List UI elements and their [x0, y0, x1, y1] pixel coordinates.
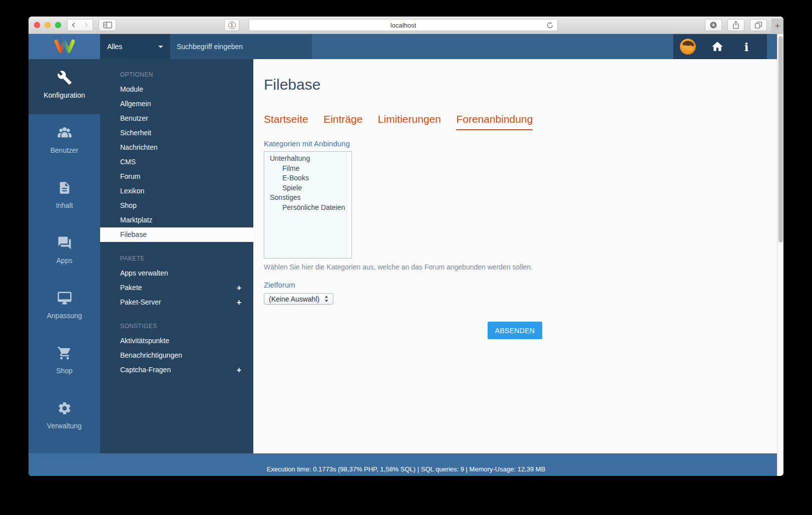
monitor-icon	[57, 291, 72, 306]
sidebar-item-inhalt[interactable]: Inhalt	[29, 169, 100, 224]
download-icon	[709, 21, 718, 30]
menu-item-apps-verwalten[interactable]: Apps verwalten	[100, 266, 253, 281]
secondary-menu: OPTIONEN Module Allgemein Benutzer Siche…	[100, 59, 253, 453]
sidebar-item-label: Verwaltung	[47, 422, 82, 430]
acp-body: Konfiguration Benutzer Inhalt Apps Anpas…	[29, 59, 783, 453]
plus-icon: +	[775, 21, 780, 32]
sidebar-item-konfiguration[interactable]: Konfiguration	[29, 59, 100, 114]
sidebar-toggle-button[interactable]	[99, 19, 116, 31]
menu-item-marktplatz[interactable]: Marktplatz	[100, 213, 253, 227]
new-tab-button[interactable]: +	[771, 19, 783, 34]
search-placeholder: Suchbegriff eingeben	[177, 43, 243, 51]
search-scope-value: Alles	[107, 43, 122, 51]
sidebar-item-label: Apps	[57, 256, 73, 265]
chevron-left-icon	[70, 22, 77, 29]
home-icon	[711, 40, 724, 53]
menu-item-label: Pakete	[120, 284, 142, 292]
listbox-scrollbar[interactable]	[346, 152, 351, 258]
sidebar-item-label: Shop	[56, 367, 73, 375]
menu-section-optionen: OPTIONEN Module Allgemein Benutzer Siche…	[100, 68, 253, 242]
sidebar-item-benutzer[interactable]: Benutzer	[29, 114, 100, 169]
submit-button[interactable]: ABSENDEN	[488, 322, 542, 339]
target-forum-select[interactable]: (Keine Auswahl)	[264, 293, 333, 305]
tab-limitierungen[interactable]: Limitierungen	[378, 113, 441, 129]
status-text: Execution time: 0.1773s (98,37% PHP, 1,5…	[267, 465, 546, 473]
main-sidebar: Konfiguration Benutzer Inhalt Apps Anpas…	[29, 59, 100, 453]
menu-section-title: PAKETE	[100, 251, 253, 266]
menu-item-shop[interactable]: Shop	[100, 198, 253, 213]
chevron-down-icon	[158, 46, 163, 48]
listbox-option[interactable]: Spiele	[264, 183, 351, 193]
avatar[interactable]	[680, 39, 696, 55]
search-input[interactable]: Suchbegriff eingeben	[170, 34, 312, 59]
browser-titlebar: 1 localhost +	[29, 17, 783, 34]
info-button[interactable]: i	[739, 39, 754, 54]
category-multiselect[interactable]: Unterhaltung Filme E-Books Spiele Sonsti…	[264, 151, 352, 259]
sidebar-item-verwaltung[interactable]: Verwaltung	[29, 390, 100, 445]
listbox-option[interactable]: Filme	[264, 164, 351, 174]
password-extension-button[interactable]: 1	[224, 19, 239, 31]
one-password-icon: 1	[228, 22, 236, 29]
downloads-button[interactable]	[705, 19, 722, 31]
reload-icon[interactable]	[546, 22, 554, 31]
wrench-icon	[57, 70, 72, 85]
home-button[interactable]	[710, 39, 725, 54]
menu-item-paket-server[interactable]: Paket-Server +	[100, 295, 253, 310]
zoom-window-button[interactable]	[55, 22, 61, 28]
close-window-button[interactable]	[34, 22, 40, 28]
sidebar-item-label: Konfiguration	[44, 91, 85, 99]
status-bar: Execution time: 0.1773s (98,37% PHP, 1,5…	[29, 453, 783, 476]
listbox-option[interactable]: E-Books	[264, 173, 351, 183]
menu-section-title: SONSTIGES	[100, 319, 253, 334]
target-forum-label: Zielforum	[264, 281, 777, 289]
minimize-window-button[interactable]	[45, 22, 51, 28]
app-logo[interactable]	[29, 34, 100, 59]
sidebar-item-shop[interactable]: Shop	[29, 335, 100, 390]
plus-icon[interactable]: +	[237, 295, 241, 310]
scrollbar-thumb[interactable]	[778, 36, 783, 242]
menu-section-title: OPTIONEN	[100, 68, 253, 82]
tab-eintraege[interactable]: Einträge	[323, 113, 362, 129]
menu-item-module[interactable]: Module	[100, 82, 253, 97]
menu-item-captcha-fragen[interactable]: Captcha-Fragen +	[100, 363, 253, 377]
menu-item-benutzer[interactable]: Benutzer	[100, 111, 253, 126]
sidebar-item-label: Benutzer	[50, 146, 78, 154]
menu-item-label: Paket-Server	[120, 298, 161, 306]
forward-button[interactable]	[80, 19, 93, 31]
menu-item-benachrichtigungen[interactable]: Benachrichtigungen	[100, 348, 253, 363]
select-arrows-icon	[324, 296, 328, 302]
menu-section-pakete: PAKETE Apps verwalten Pakete + Paket-Ser…	[100, 251, 253, 310]
cart-icon	[57, 346, 72, 361]
menu-section-sonstiges: SONSTIGES Aktivitätspunkte Benachrichtig…	[100, 319, 253, 377]
select-value: (Keine Auswahl)	[269, 295, 319, 303]
menu-item-cms[interactable]: CMS	[100, 155, 253, 169]
menu-item-lexikon[interactable]: Lexikon	[100, 184, 253, 198]
share-button[interactable]	[727, 19, 744, 31]
traffic-lights	[34, 22, 61, 28]
sidebar-icon	[102, 21, 113, 30]
tab-overview-button[interactable]	[750, 19, 767, 31]
menu-item-filebase[interactable]: Filebase	[100, 227, 253, 242]
gear-icon	[57, 401, 72, 416]
sidebar-item-anpassung[interactable]: Anpassung	[29, 280, 100, 335]
plus-icon[interactable]: +	[237, 281, 241, 295]
listbox-option[interactable]: Unterhaltung	[264, 154, 351, 164]
address-bar[interactable]: localhost	[249, 19, 558, 31]
back-button[interactable]	[67, 19, 80, 31]
browser-window: 1 localhost +	[29, 17, 783, 476]
tab-startseite[interactable]: Startseite	[264, 113, 308, 129]
menu-item-aktivitaetspunkte[interactable]: Aktivitätspunkte	[100, 334, 253, 348]
page-scrollbar[interactable]	[777, 34, 783, 476]
menu-item-forum[interactable]: Forum	[100, 169, 253, 184]
menu-item-allgemein[interactable]: Allgemein	[100, 97, 253, 111]
menu-item-nachrichten[interactable]: Nachrichten	[100, 140, 253, 155]
menu-item-pakete[interactable]: Pakete +	[100, 281, 253, 295]
category-field-label: Kategorien mit Anbindung	[264, 139, 777, 148]
menu-item-sicherheit[interactable]: Sicherheit	[100, 126, 253, 140]
sidebar-item-apps[interactable]: Apps	[29, 224, 100, 280]
listbox-option[interactable]: Persönliche Dateien	[264, 203, 351, 213]
search-scope-dropdown[interactable]: Alles	[100, 34, 170, 59]
listbox-option[interactable]: Sonstiges	[264, 193, 351, 203]
plus-icon[interactable]: +	[237, 363, 241, 377]
tab-forenanbindung[interactable]: Forenanbindung	[456, 113, 533, 130]
